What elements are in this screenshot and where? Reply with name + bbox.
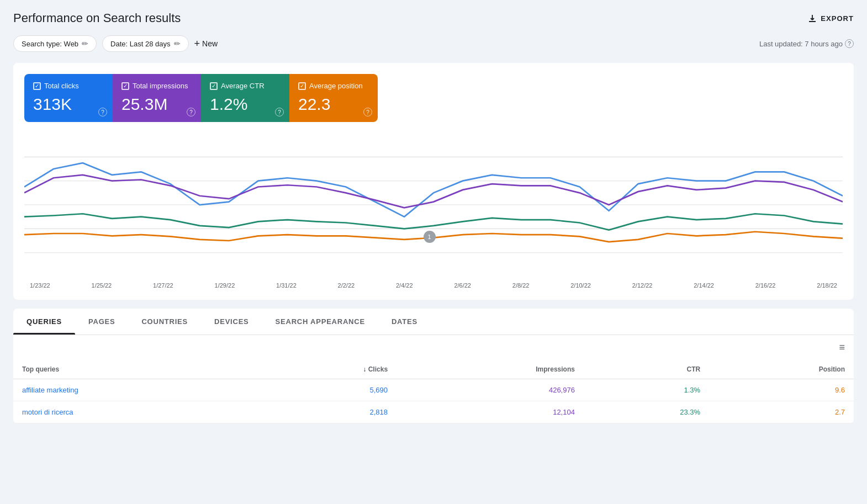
impressions-help-icon[interactable]: ? — [187, 108, 195, 116]
performance-chart — [24, 133, 843, 277]
tabs-row: QUERIES PAGES COUNTRIES DEVICES SEARCH A… — [13, 309, 854, 335]
chart-marker: 1 — [424, 231, 436, 243]
col-header-impressions: Impressions — [397, 360, 584, 379]
position-checkbox — [298, 82, 306, 90]
page-header: Performance on Search results EXPORT — [13, 11, 854, 25]
ctr-value: 1.2% — [210, 94, 278, 114]
impressions-cell: 426,976 — [397, 379, 584, 401]
clicks-checkbox — [33, 82, 41, 90]
metric-tile-impressions[interactable]: Total impressions 25.3M ? — [113, 74, 201, 122]
tab-devices[interactable]: DEVICES — [201, 309, 262, 335]
metric-tiles: Total clicks 313K ? Total impressions 25… — [24, 74, 378, 122]
ctr-help-icon[interactable]: ? — [275, 108, 284, 116]
tab-pages[interactable]: PAGES — [75, 309, 128, 335]
table-row: motori di ricerca 2,818 12,104 23.3% 2.7 — [13, 401, 854, 423]
plus-icon: + — [194, 38, 200, 50]
col-header-query: Top queries — [13, 360, 257, 379]
data-table: Top queries ↓ Clicks Impressions CTR Pos… — [13, 360, 854, 423]
ctr-checkbox — [210, 82, 218, 90]
new-filter-button[interactable]: + New — [194, 38, 218, 50]
tab-search-appearance[interactable]: SEARCH APPEARANCE — [262, 309, 378, 335]
help-icon: ? — [845, 39, 854, 48]
col-header-ctr: CTR — [584, 360, 709, 379]
metric-tile-position[interactable]: Average position 22.3 ? — [289, 74, 378, 122]
main-card: Total clicks 313K ? Total impressions 25… — [13, 63, 854, 300]
filter-bar: Search type: Web ✏ Date: Last 28 days ✏ … — [13, 35, 854, 52]
ctr-cell: 23.3% — [584, 401, 709, 423]
table-toolbar: ≡ — [13, 335, 854, 360]
clicks-cell: 5,690 — [257, 379, 397, 401]
x-axis-labels: 1/23/22 1/25/22 1/27/22 1/29/22 1/31/22 … — [24, 282, 843, 289]
clicks-value: 313K — [33, 94, 102, 114]
search-type-filter[interactable]: Search type: Web ✏ — [13, 35, 97, 52]
last-updated: Last updated: 7 hours ago ? — [759, 39, 854, 48]
tab-queries[interactable]: QUERIES — [13, 309, 75, 335]
metric-tile-ctr[interactable]: Average CTR 1.2% ? — [201, 74, 289, 122]
impressions-value: 25.3M — [121, 94, 190, 114]
tab-dates[interactable]: DATES — [378, 309, 431, 335]
metric-tile-clicks[interactable]: Total clicks 313K ? — [24, 74, 113, 122]
table-row: affiliate marketing 5,690 426,976 1.3% 9… — [13, 379, 854, 401]
sort-down-icon: ↓ — [363, 365, 368, 373]
page-title: Performance on Search results — [13, 11, 181, 25]
impressions-checkbox — [121, 82, 129, 90]
ctr-cell: 1.3% — [584, 379, 709, 401]
position-cell: 2.7 — [709, 401, 854, 423]
bottom-card: QUERIES PAGES COUNTRIES DEVICES SEARCH A… — [13, 309, 854, 423]
filter-icon[interactable]: ≡ — [839, 342, 845, 353]
chart-area: 1 — [24, 133, 843, 277]
export-button[interactable]: EXPORT — [807, 13, 854, 23]
tab-countries[interactable]: COUNTRIES — [128, 309, 201, 335]
col-header-position: Position — [709, 360, 854, 379]
position-cell: 9.6 — [709, 379, 854, 401]
query-cell[interactable]: motori di ricerca — [13, 401, 257, 423]
col-header-clicks: ↓ Clicks — [257, 360, 397, 379]
clicks-help-icon[interactable]: ? — [98, 108, 107, 116]
date-filter[interactable]: Date: Last 28 days ✏ — [102, 35, 188, 52]
position-help-icon[interactable]: ? — [363, 108, 372, 116]
edit-icon: ✏ — [82, 39, 88, 48]
position-value: 22.3 — [298, 94, 367, 114]
download-icon — [807, 13, 817, 23]
edit-icon: ✏ — [174, 39, 181, 48]
impressions-cell: 12,104 — [397, 401, 584, 423]
clicks-cell: 2,818 — [257, 401, 397, 423]
query-cell[interactable]: affiliate marketing — [13, 379, 257, 401]
